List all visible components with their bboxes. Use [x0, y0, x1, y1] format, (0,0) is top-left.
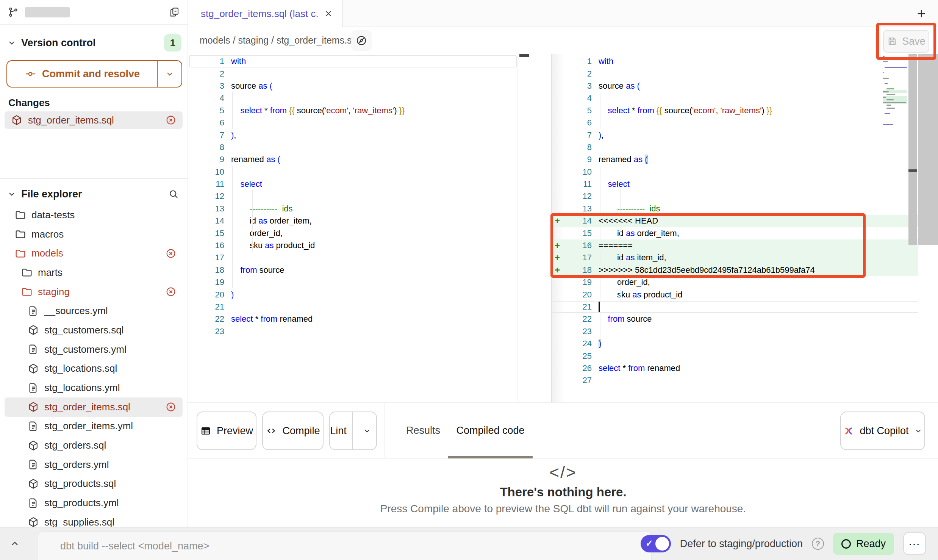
code-line-6[interactable]: 6 — [552, 117, 918, 129]
code-line-8[interactable]: 8 — [552, 141, 918, 153]
code-line-26[interactable]: 26select * from renamed — [552, 362, 918, 374]
code-line-1[interactable]: 1with — [552, 55, 918, 67]
ready-status-badge[interactable]: Ready — [833, 533, 894, 555]
code-line-11[interactable]: 11 select — [552, 178, 918, 190]
file-item-stg_order_items.sql[interactable]: stg_order_items.sql — [5, 397, 183, 417]
commit-options-chevron[interactable] — [158, 61, 181, 87]
more-options-button[interactable]: … — [903, 532, 926, 555]
code-line-4[interactable]: 4 — [188, 92, 518, 104]
code-line-20[interactable]: 20) — [188, 288, 518, 300]
code-line-5[interactable]: 5 select * from {{ source('ecom', 'raw_i… — [188, 105, 518, 117]
code-line-9[interactable]: 9renamed as ( — [188, 153, 518, 166]
code-line-17[interactable]: 17 — [188, 252, 518, 264]
code-line-13[interactable]: 13 ---------- ids — [188, 203, 518, 215]
tab-results[interactable]: Results — [404, 403, 442, 458]
dbt-copilot-button[interactable]: dbt Copilot — [840, 411, 925, 450]
code-line-18[interactable]: +18>>>>>>> 58c1dd23d5eebd9cd2495fa7124ab… — [552, 264, 918, 276]
git-branch-icon[interactable] — [8, 6, 19, 18]
code-line-7[interactable]: 7), — [188, 129, 518, 141]
chevron-up-icon[interactable] — [9, 538, 20, 549]
file-item-stg_locations.yml[interactable]: stg_locations.yml — [5, 378, 183, 397]
code-line-17[interactable]: +17 id as item_id, — [552, 252, 918, 264]
search-icon[interactable] — [168, 188, 179, 200]
file-item-stg_customers.sql[interactable]: stg_customers.sql — [5, 321, 183, 340]
code-line-2[interactable]: 2 — [552, 67, 918, 80]
chevron-down-icon[interactable] — [7, 38, 17, 48]
file-item-stg_orders.yml[interactable]: stg_orders.yml — [5, 455, 183, 474]
editor-scrollbar-thumb[interactable] — [908, 169, 917, 172]
minimap[interactable] — [883, 55, 907, 129]
discard-change-icon[interactable] — [165, 248, 177, 259]
code-line-5[interactable]: 5 select * from {{ source('ecom', 'raw_i… — [552, 105, 918, 117]
editor-scrollbar[interactable] — [908, 54, 917, 245]
lineage-icon[interactable] — [351, 30, 372, 51]
file-item-stg_customers.yml[interactable]: stg_customers.yml — [5, 340, 183, 359]
code-line-11[interactable]: 11 select — [188, 178, 518, 190]
code-line-23[interactable]: 23 — [552, 325, 918, 338]
command-input[interactable] — [38, 531, 652, 560]
discard-change-icon[interactable] — [165, 401, 177, 413]
code-line-18[interactable]: 18 from source — [188, 264, 518, 276]
code-line-10[interactable]: 10 — [552, 166, 918, 178]
code-line-19[interactable]: 19 — [188, 276, 518, 288]
tab-compiled-code[interactable]: Compiled code — [455, 403, 525, 458]
code-line-8[interactable]: 8 — [188, 141, 518, 153]
lint-label[interactable]: Lint — [330, 412, 347, 449]
file-item-staging[interactable]: staging — [5, 282, 183, 302]
code-line-20[interactable]: 20 sku as product_id — [552, 288, 918, 300]
file-item-stg_locations.sql[interactable]: stg_locations.sql — [5, 359, 183, 379]
copy-docs-icon[interactable] — [169, 6, 180, 18]
left-scrollbar-thumb[interactable] — [519, 54, 529, 57]
chevron-down-icon[interactable] — [7, 189, 17, 199]
code-line-7[interactable]: 7), — [552, 129, 918, 141]
branch-name-redacted[interactable] — [25, 7, 70, 17]
help-icon[interactable]: ? — [812, 538, 824, 550]
code-line-12[interactable]: 12 — [188, 190, 518, 202]
code-line-6[interactable]: 6 — [188, 117, 518, 129]
change-item-stg_order_items.sql[interactable]: stg_order_items.sql — [5, 111, 183, 129]
file-item-stg_orders.sql[interactable]: stg_orders.sql — [5, 436, 183, 455]
file-item-marts[interactable]: marts — [5, 263, 183, 282]
code-line-2[interactable]: 2 — [188, 67, 518, 80]
code-line-15[interactable]: 15 id as order_item, — [552, 227, 918, 239]
file-item-stg_products.yml[interactable]: stg_products.yml — [5, 493, 183, 513]
code-line-27[interactable]: 27 — [552, 374, 918, 386]
code-line-3[interactable]: 3source as ( — [188, 80, 518, 92]
code-line-14[interactable]: +14<<<<<<< HEAD — [552, 215, 918, 227]
overview-scrollbar[interactable] — [918, 54, 938, 245]
code-line-3[interactable]: 3source as ( — [552, 80, 918, 92]
code-line-12[interactable]: 12 — [552, 190, 918, 202]
file-item-__sources.yml[interactable]: __sources.yml — [5, 301, 183, 321]
file-item-stg_products.sql[interactable]: stg_products.sql — [5, 474, 183, 494]
commit-and-resolve-button[interactable]: Commit and resolve — [6, 60, 182, 88]
new-tab-button[interactable] — [915, 8, 927, 20]
left-scrollbar-track[interactable] — [517, 54, 518, 402]
code-line-22[interactable]: 22select * from renamed — [188, 313, 518, 325]
file-item-stg_order_items.yml[interactable]: stg_order_items.yml — [5, 417, 183, 436]
file-item-models[interactable]: models — [5, 244, 183, 263]
lint-options-chevron[interactable] — [358, 412, 376, 449]
code-line-9[interactable]: 9renamed as ( — [552, 153, 918, 166]
code-line-1[interactable]: 1with — [188, 55, 518, 67]
original-code-pane[interactable]: 1with23source as (45 select * from {{ so… — [188, 55, 518, 338]
modified-code-pane[interactable]: 1with23source as (45 select * from {{ so… — [552, 55, 918, 387]
file-item-data-tests[interactable]: data-tests — [5, 205, 183, 225]
preview-button[interactable]: Preview — [197, 411, 256, 450]
code-line-22[interactable]: 22 from source — [552, 313, 918, 325]
close-icon[interactable] — [324, 9, 333, 18]
save-button[interactable]: Save — [883, 30, 929, 53]
code-line-15[interactable]: 15 order_id, — [188, 227, 518, 239]
code-line-21[interactable]: 21 — [552, 301, 918, 313]
discard-change-icon[interactable] — [165, 114, 177, 126]
code-line-21[interactable]: 21 — [188, 301, 518, 313]
code-line-19[interactable]: 19 order_id, — [552, 276, 918, 288]
compile-button[interactable]: Compile — [262, 411, 324, 450]
file-item-macros[interactable]: macros — [5, 225, 183, 244]
defer-toggle[interactable]: ✓ — [641, 535, 671, 552]
code-line-16[interactable]: 16 sku as product_id — [188, 239, 518, 252]
lint-button[interactable]: Lint — [329, 411, 377, 450]
code-line-4[interactable]: 4 — [552, 92, 918, 104]
code-line-23[interactable]: 23 — [188, 325, 518, 338]
code-line-16[interactable]: +16======= — [552, 239, 918, 252]
tab-stg-order-items[interactable]: stg_order_items.sql (last c... — [188, 0, 343, 27]
